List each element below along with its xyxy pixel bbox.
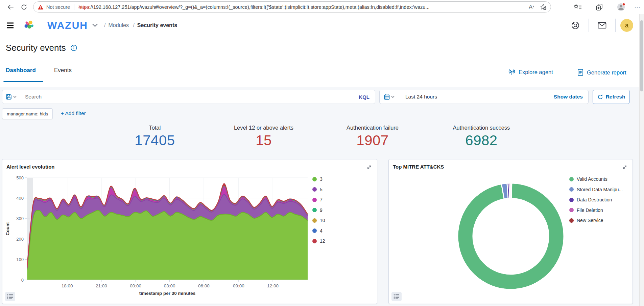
legend-item[interactable]: 5 (312, 184, 325, 195)
wazuh-logo[interactable]: WAZUH (47, 20, 88, 31)
url-text[interactable]: https://192.168.127.251/app/wazuh#/overv… (78, 4, 526, 10)
save-icon (6, 94, 12, 100)
legend-item[interactable]: 9 (312, 205, 325, 216)
legend-toggle-icon[interactable] (5, 292, 15, 301)
chevron-down-icon (391, 96, 395, 98)
svg-text:18:00: 18:00 (62, 283, 73, 288)
legend-dot (312, 198, 317, 202)
svg-text:12:00: 12:00 (267, 283, 279, 288)
list-icon (7, 294, 13, 299)
browser-refresh-icon[interactable] (20, 3, 28, 12)
expand-icon[interactable] (365, 163, 373, 171)
browser-menu-icon[interactable]: ⋯ (633, 3, 642, 12)
calendar-icon (384, 94, 390, 100)
breadcrumb-current: Security events (137, 22, 177, 28)
url-scheme-struck: https (78, 4, 89, 10)
stat-level12: Level 12 or above alerts15 (210, 125, 318, 149)
legend-item[interactable]: Valid Accounts (569, 174, 623, 184)
alert-level-legend: 357910412 (312, 174, 325, 246)
refresh-icon (597, 94, 603, 100)
legend-toggle-icon[interactable] (391, 292, 402, 301)
app-top-nav: WAZUH /Modules /Security events a (0, 14, 639, 37)
address-bar[interactable]: Not secure https://192.168.127.251/app/w… (33, 1, 551, 13)
search-bar: KQL (20, 90, 375, 104)
legend-item[interactable]: 3 (312, 174, 325, 184)
legend-dot (569, 218, 574, 223)
legend-item[interactable]: 4 (312, 226, 325, 236)
svg-text:timestamp per 30 minutes: timestamp per 30 minutes (139, 291, 196, 296)
show-dates-button[interactable]: Show dates (554, 94, 588, 100)
svg-text:00:00: 00:00 (130, 283, 141, 288)
divider (589, 19, 589, 32)
tab-dashboard[interactable]: Dashboard (6, 67, 36, 74)
warning-icon (38, 4, 44, 10)
legend-label: File Deletion (577, 207, 603, 213)
stat-total-value: 17405 (101, 132, 209, 149)
legend-label: 9 (320, 207, 323, 213)
legend-item[interactable]: Stored Data Manipu... (569, 184, 623, 195)
info-icon[interactable] (71, 45, 77, 51)
divider (615, 19, 616, 32)
list-icon (393, 294, 400, 299)
breadcrumb: /Modules /Security events (101, 22, 177, 28)
favorites-bar-icon[interactable] (573, 3, 582, 12)
time-range-value[interactable]: Last 24 hours (399, 94, 437, 100)
panel-alert-level-evolution: Alert level evolution 010020030040050018… (2, 159, 377, 304)
report-document-icon (577, 69, 584, 76)
tab-events[interactable]: Events (54, 67, 72, 74)
legend-item[interactable]: File Deletion (569, 205, 623, 216)
mitre-legend: Valid AccountsStored Data Manipu...Data … (569, 174, 623, 226)
user-avatar[interactable]: a (620, 19, 633, 32)
chevron-down-icon[interactable] (92, 23, 98, 27)
svg-text:03:00: 03:00 (164, 283, 175, 288)
divider (562, 19, 562, 32)
mail-icon[interactable] (594, 22, 611, 29)
page-title: Security events (6, 43, 77, 53)
svg-text:21:00: 21:00 (96, 283, 107, 288)
svg-text:0: 0 (21, 278, 24, 283)
search-input[interactable] (20, 94, 353, 100)
browser-back-icon[interactable] (6, 3, 15, 12)
legend-label: 7 (320, 197, 323, 202)
svg-text:Count: Count (5, 222, 10, 235)
panel-title: Top MITRE ATT&CKS (393, 164, 444, 170)
collections-icon[interactable] (595, 3, 604, 12)
not-secure-label[interactable]: Not secure (46, 4, 70, 10)
scrollbar-thumb[interactable] (640, 20, 643, 91)
legend-item[interactable]: 10 (312, 215, 325, 226)
svg-text:09:00: 09:00 (233, 283, 244, 288)
add-filter-button[interactable]: + Add filter (61, 110, 86, 116)
refresh-button[interactable]: Refresh (593, 90, 630, 104)
panel-title: Alert level evolution (6, 164, 55, 170)
save-query-button[interactable] (2, 90, 20, 104)
filter-pill[interactable]: manager.name: hids (2, 108, 53, 119)
browser-profile-icon[interactable] (617, 3, 625, 12)
hamburger-menu-icon[interactable] (6, 22, 14, 29)
legend-item[interactable]: New Service (569, 215, 623, 226)
legend-item[interactable]: Data Destruction (569, 195, 623, 205)
help-icon[interactable] (567, 21, 584, 30)
legend-label: New Service (577, 218, 603, 223)
breadcrumb-modules[interactable]: Modules (108, 22, 128, 28)
explore-agent-button[interactable]: Explore agent (508, 69, 553, 75)
browser-toolbar: Not secure https://192.168.127.251/app/w… (0, 0, 644, 14)
calendar-button[interactable] (380, 90, 399, 104)
panel-top-mitre-attacks: Top MITRE ATT&CKS Valid AccountsStored D… (388, 159, 633, 304)
divider (74, 4, 74, 10)
legend-dot (569, 187, 574, 192)
expand-icon[interactable] (621, 163, 628, 171)
read-aloud-icon[interactable]: A (529, 4, 535, 10)
generate-report-button[interactable]: Generate report (577, 69, 626, 76)
legend-label: 3 (320, 176, 323, 182)
legend-label: Valid Accounts (577, 176, 607, 182)
legend-dot (569, 198, 574, 202)
svg-text:300: 300 (16, 216, 24, 221)
svg-text:06:00: 06:00 (198, 283, 210, 288)
legend-label: Data Destruction (577, 197, 612, 202)
legend-item[interactable]: 7 (312, 195, 325, 205)
legend-item[interactable]: 12 (312, 236, 325, 246)
app-logo-icon[interactable] (24, 20, 34, 30)
agent-antenna-icon (508, 69, 516, 75)
kql-button[interactable]: KQL (353, 94, 375, 100)
add-favorite-icon[interactable] (540, 4, 547, 10)
